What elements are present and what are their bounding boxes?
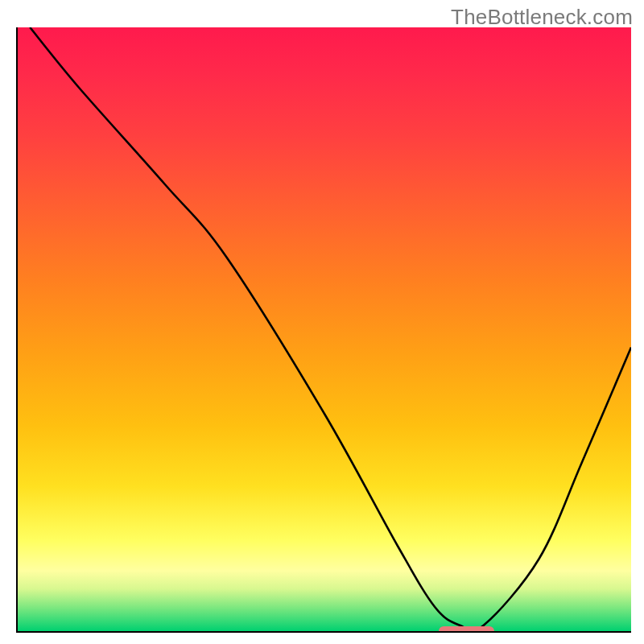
- bottleneck-chart: TheBottleneck.com: [0, 0, 644, 644]
- plot-area: [16, 27, 631, 633]
- curve-svg: [18, 27, 631, 631]
- optimal-range-marker: [439, 626, 494, 633]
- watermark-text: TheBottleneck.com: [451, 5, 633, 30]
- bottleneck-curve-line: [30, 27, 631, 631]
